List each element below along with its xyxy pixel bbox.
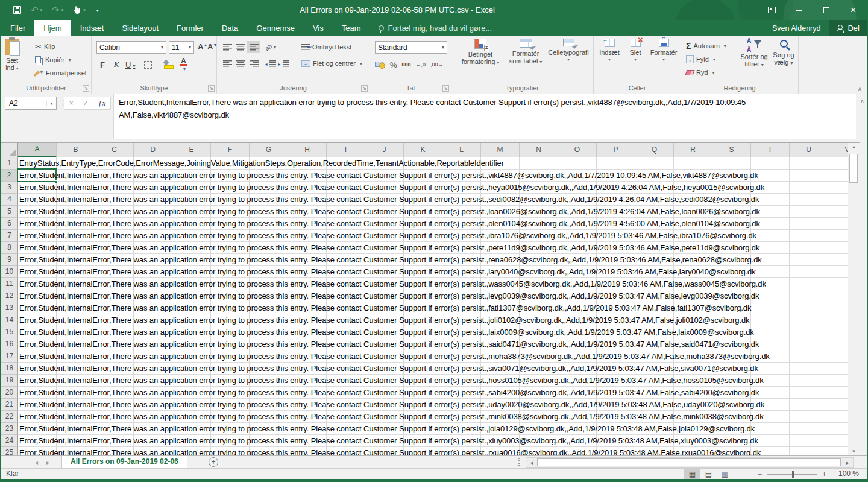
grid-row-12[interactable]: Error,Student,InternalError,There was an… (19, 290, 759, 302)
grid-row-8[interactable]: Error,Student,InternalError,There was an… (19, 242, 760, 254)
tab-scrollbar-splitter[interactable] (518, 458, 520, 466)
name-box-dropdown-icon[interactable]: ▾ (46, 101, 56, 106)
close-button[interactable]: × (840, 0, 867, 20)
row-header-3[interactable]: 3 (1, 182, 18, 194)
tell-me-box[interactable]: Fortæl mig, hvad du vil gøre... (379, 20, 492, 36)
row-header-18[interactable]: 18 (1, 363, 18, 375)
row-header-17[interactable]: 17 (1, 350, 18, 363)
zoom-slider[interactable] (767, 474, 817, 475)
column-header-D[interactable]: D (134, 143, 172, 157)
name-box[interactable]: A2 ▾ (5, 97, 57, 110)
scroll-left-icon[interactable]: ◂ (527, 458, 536, 467)
tab-formler[interactable]: Formler (168, 20, 213, 36)
row-header-5[interactable]: 5 (1, 206, 18, 218)
column-header-T[interactable]: T (751, 143, 790, 157)
column-header-R[interactable]: R (674, 143, 712, 157)
grid-row-21[interactable]: Error,Student,InternalError,There was an… (19, 399, 764, 411)
delete-cells-button[interactable]: Slet ▾ (624, 39, 647, 63)
horizontal-scrollbar[interactable]: ◂ ▸ (526, 457, 854, 468)
grid-row-14[interactable]: Error,Student,InternalError,There was an… (19, 314, 749, 326)
dialog-launcher-icon[interactable]: ↘ (83, 85, 89, 92)
row-header-16[interactable]: 16 (1, 338, 18, 350)
customize-qat-button[interactable]: ▾ (95, 8, 100, 13)
comma-style-button[interactable]: 000 (402, 62, 411, 68)
ribbon-display-options-button[interactable] (758, 0, 785, 20)
grid-row-7[interactable]: Error,Student,InternalError,There was an… (19, 230, 756, 242)
column-header-J[interactable]: J (365, 143, 404, 157)
align-middle-button[interactable] (234, 41, 247, 53)
align-bottom-button[interactable] (247, 41, 260, 53)
tab-indsæt[interactable]: Indsæt (71, 20, 113, 36)
undo-dropdown-icon[interactable]: ▾ (40, 8, 43, 13)
horizontal-scrollbar-thumb[interactable] (537, 458, 841, 466)
percent-style-button[interactable]: % (390, 60, 397, 69)
dialog-launcher-icon[interactable]: ↘ (208, 85, 215, 92)
collapse-ribbon-icon[interactable]: ∧ (858, 86, 862, 92)
column-header-P[interactable]: P (597, 143, 635, 157)
row-header-7[interactable]: 7 (1, 230, 18, 242)
row-header-11[interactable]: 11 (1, 278, 18, 290)
row-header-21[interactable]: 21 (1, 399, 18, 411)
decrease-indent-button[interactable]: ◂ (264, 57, 277, 69)
bold-button[interactable]: F (98, 60, 107, 69)
align-right-button[interactable] (247, 57, 260, 69)
dialog-launcher-icon[interactable]: ↘ (442, 85, 449, 92)
touch-mode-button[interactable]: ▾ (73, 5, 86, 14)
tab-gennemse[interactable]: Gennemse (247, 20, 304, 36)
column-header-A[interactable]: A (18, 143, 57, 157)
grid-row-6[interactable]: Error,Student,InternalError,There was an… (19, 218, 760, 230)
scroll-up-icon[interactable]: ▲ (848, 144, 860, 150)
align-top-button[interactable] (221, 41, 234, 53)
sheet-tab[interactable]: All Errors on 09-Jan-2019 02-06 (61, 456, 187, 469)
undo-button[interactable]: ↶▾ (31, 5, 42, 16)
conditional-formatting-button[interactable]: Betinget formatering (459, 39, 502, 66)
orientation-button[interactable]: ab (264, 41, 277, 53)
grid-row-18[interactable]: Error,Student,InternalError,There was an… (19, 363, 758, 375)
underline-button[interactable]: U (125, 60, 135, 69)
grid-row-10[interactable]: Error,Student,InternalError,There was an… (19, 266, 756, 278)
column-header-G[interactable]: G (250, 143, 288, 157)
tab-team[interactable]: Team (333, 20, 370, 36)
minimize-button[interactable] (785, 0, 813, 20)
grid-row-25[interactable]: Error,Student,InternalError,There was an… (19, 447, 761, 455)
align-center-button[interactable] (234, 57, 247, 69)
tab-data[interactable]: Data (213, 20, 247, 36)
sort-filter-button[interactable]: AÅ Sortér og filtrer (737, 39, 772, 69)
font-size-select[interactable]: 11 ▾ (169, 41, 194, 54)
tab-filer[interactable]: Filer (1, 20, 34, 36)
next-sheet-icon[interactable]: ▸ (46, 459, 49, 466)
format-cells-button[interactable]: Formatér ▾ (648, 39, 679, 63)
number-format-select[interactable]: Standard ▾ (375, 41, 447, 54)
row-header-9[interactable]: 9 (1, 254, 18, 266)
grid-row-22[interactable]: Error,Student,InternalError,There was an… (19, 411, 764, 423)
column-header-F[interactable]: F (211, 143, 250, 157)
normal-view-button[interactable]: ▦ (684, 469, 700, 479)
column-header-Q[interactable]: Q (635, 143, 674, 157)
format-as-table-button[interactable]: Formatér som tabel (507, 39, 544, 66)
grid-row-20[interactable]: Error,Student,InternalError,There was an… (19, 387, 759, 399)
row-header-23[interactable]: 23 (1, 423, 18, 435)
formula-bar-collapse-icon[interactable]: ∧ (860, 98, 864, 104)
row-header-12[interactable]: 12 (1, 290, 18, 302)
copy-button[interactable]: Kopiér (35, 53, 71, 66)
save-button[interactable] (13, 6, 21, 14)
confirm-entry-icon[interactable]: ✓ (83, 99, 89, 107)
cell-styles-button[interactable]: Celletypografi ▾ (544, 39, 593, 63)
decrease-font-size-button[interactable]: A▼ (207, 42, 217, 51)
find-select-button[interactable]: Søg og vælg (770, 39, 797, 67)
scroll-down-icon[interactable]: ▼ (848, 449, 860, 454)
column-header-C[interactable]: C (95, 143, 134, 157)
increase-decimal-button[interactable]: ←,0 (416, 62, 426, 68)
autosum-button[interactable]: Σ Autosum (686, 39, 726, 52)
redo-button[interactable]: ↷▾ (52, 5, 63, 16)
grid-row-24[interactable]: Error,Student,InternalError,There was an… (19, 435, 758, 447)
share-button[interactable]: Del (829, 20, 867, 36)
column-header-N[interactable]: N (520, 143, 558, 157)
italic-button[interactable]: K (112, 60, 121, 69)
column-header-H[interactable]: H (288, 143, 327, 157)
align-left-button[interactable] (221, 57, 234, 69)
grid-row-4[interactable]: Error,Student,InternalError,There was an… (19, 194, 759, 206)
cancel-entry-icon[interactable]: × (69, 99, 74, 107)
column-header-L[interactable]: L (442, 143, 481, 157)
grid-row-16[interactable]: Error,Student,InternalError,There was an… (19, 338, 759, 350)
